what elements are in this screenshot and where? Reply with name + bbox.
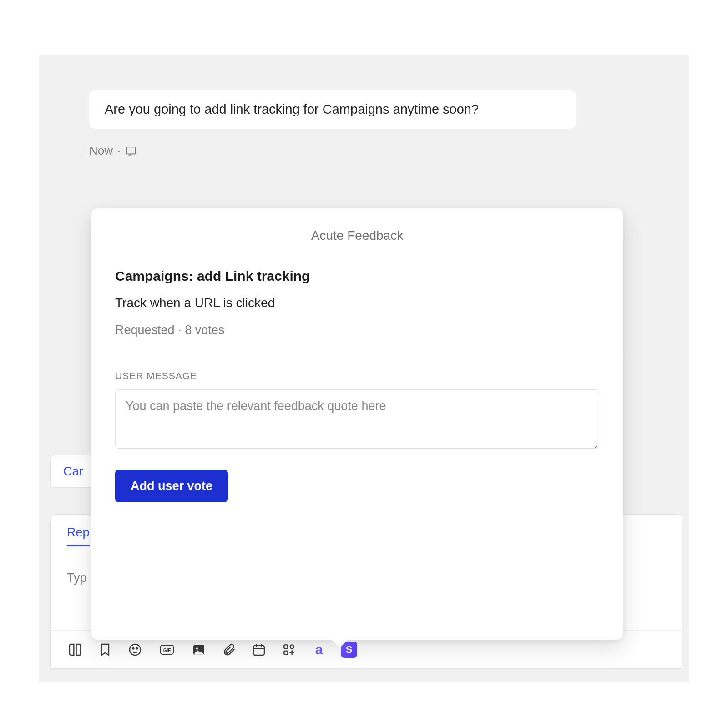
bookmark-icon[interactable] [97, 642, 113, 658]
message-text: Are you going to add link tracking for C… [105, 102, 479, 116]
app-acute-icon[interactable]: a [311, 642, 327, 658]
incoming-message: Are you going to add link tracking for C… [89, 90, 576, 129]
feedback-request-meta: Requested · 8 votes [115, 323, 599, 337]
divider [91, 354, 623, 354]
svg-rect-11 [284, 651, 288, 654]
acute-feedback-popover: Acute Feedback Campaigns: add Link track… [91, 208, 623, 640]
gif-icon[interactable]: GIF [157, 642, 177, 658]
feedback-votes: 8 votes [185, 323, 224, 337]
meta-separator: · [178, 323, 185, 337]
svg-text:GIF: GIF [163, 647, 171, 652]
feedback-request-description: Track when a URL is clicked [115, 296, 599, 310]
calendar-icon[interactable] [251, 642, 267, 658]
message-timestamp: Now [89, 144, 113, 158]
canvas: Are you going to add link tracking for C… [0, 0, 728, 728]
feedback-request-title: Campaigns: add Link tracking [115, 268, 599, 284]
meta-separator: · [117, 144, 121, 158]
tab-reply[interactable]: Rep [67, 526, 90, 546]
emoji-icon[interactable] [127, 642, 143, 658]
svg-point-2 [133, 648, 134, 649]
popover-title: Acute Feedback [91, 208, 623, 268]
svg-point-7 [196, 647, 198, 649]
svg-point-10 [290, 645, 294, 648]
message-meta: Now · [89, 144, 137, 158]
svg-point-1 [130, 644, 141, 655]
apps-icon[interactable] [281, 642, 297, 658]
svg-point-3 [136, 648, 138, 649]
book-icon[interactable] [67, 642, 83, 658]
app-acute-label: a [315, 642, 323, 657]
add-user-vote-button[interactable]: Add user vote [115, 470, 228, 502]
svg-rect-8 [253, 645, 264, 655]
attachment-icon[interactable] [221, 642, 237, 658]
seen-icon [125, 145, 137, 157]
macro-chip-label: Car [63, 465, 83, 479]
feedback-status: Requested [115, 323, 175, 337]
image-icon[interactable] [191, 642, 207, 658]
user-message-input[interactable] [115, 389, 599, 449]
svg-rect-9 [284, 645, 288, 648]
user-message-label: USER MESSAGE [115, 370, 599, 381]
app-s-label: S [346, 644, 353, 656]
svg-rect-0 [127, 147, 136, 154]
